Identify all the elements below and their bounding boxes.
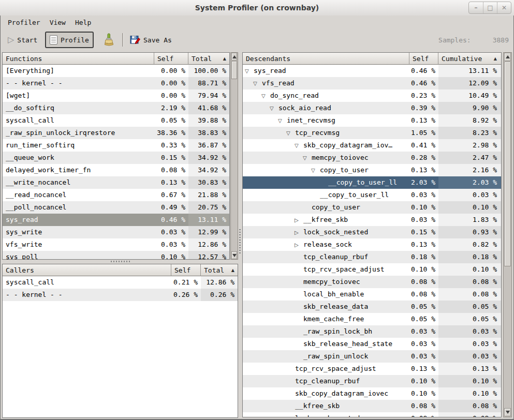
descendant-row[interactable]: ▽inet_recvmsg0.13 %8.92 % bbox=[243, 114, 501, 127]
descendant-row[interactable]: tcp_rcv_space_adjust0.10 %0.10 % bbox=[243, 263, 501, 276]
expander-closed-icon[interactable]: ▷ bbox=[295, 214, 303, 226]
descendant-row[interactable]: lock_sock_nested0.08 %0.08 % bbox=[243, 412, 501, 417]
start-button[interactable]: ▷ Start bbox=[4, 32, 41, 48]
descendant-row[interactable]: _raw_spin_unlock0.03 %0.03 % bbox=[243, 350, 501, 363]
expander-open-icon[interactable]: ▽ bbox=[270, 102, 278, 114]
scroll-up-button[interactable] bbox=[504, 53, 511, 61]
descendant-row[interactable]: ▽memcpy_toiovec0.28 %2.47 % bbox=[243, 152, 501, 164]
function-row[interactable]: vfs_write0.03 %12.86 % bbox=[3, 238, 229, 251]
self-value-cell: 0.03 % bbox=[409, 350, 438, 363]
expander-closed-icon[interactable]: ▷ bbox=[295, 239, 303, 251]
descendant-row[interactable]: tcp_cleanup_rbuf0.10 %0.10 % bbox=[243, 375, 501, 387]
function-row[interactable]: run_timer_softirq0.33 %36.87 % bbox=[3, 139, 229, 152]
descendant-row[interactable]: kmem_cache_free0.05 %0.05 % bbox=[243, 313, 501, 325]
sort-arrow-icon: ▲ bbox=[492, 56, 497, 61]
expander-open-icon[interactable]: ▽ bbox=[245, 65, 254, 77]
function-row[interactable]: - - kernel - -0.00 %88.71 % bbox=[3, 77, 229, 89]
function-row[interactable]: __queue_work0.15 %34.92 % bbox=[3, 152, 229, 164]
minimize-button[interactable]: – bbox=[469, 2, 483, 13]
function-name-cell: __copy_to_user_ll bbox=[243, 189, 409, 201]
descendant-row[interactable]: tcp_cleanup_rbuf0.18 %0.18 % bbox=[243, 251, 501, 263]
descendant-row[interactable]: copy_to_user0.10 %0.10 % bbox=[243, 201, 501, 214]
expander-open-icon[interactable]: ▽ bbox=[253, 78, 262, 89]
descendant-row[interactable]: ▷lock_sock_nested0.15 %0.93 % bbox=[243, 226, 501, 238]
menu-profiler[interactable]: Profiler bbox=[3, 17, 45, 28]
expander-open-icon[interactable]: ▽ bbox=[261, 90, 270, 102]
menu-help[interactable]: Help bbox=[70, 17, 96, 28]
function-row[interactable]: delayed_work_timer_fn0.08 %34.92 % bbox=[3, 164, 229, 176]
function-row[interactable]: [Everything]0.00 %100.00 % bbox=[3, 65, 229, 77]
expander-open-icon[interactable]: ▽ bbox=[278, 115, 287, 127]
descendant-row[interactable]: __copy_to_user_ll0.03 %0.03 % bbox=[243, 189, 501, 201]
function-row[interactable]: syscall_call0.05 %39.88 % bbox=[3, 114, 229, 127]
cumulative-value-cell: 2.47 % bbox=[438, 152, 501, 164]
scroll-down-button[interactable] bbox=[504, 408, 511, 416]
function-row[interactable]: sys_read0.46 %13.11 % bbox=[3, 214, 229, 226]
caller-row[interactable]: - - kernel - -0.26 %0.26 % bbox=[3, 289, 238, 301]
descendant-row[interactable]: tcp_rcv_space_adjust0.13 %0.13 % bbox=[243, 363, 501, 375]
expander-closed-icon[interactable]: ▷ bbox=[295, 227, 303, 238]
function-row[interactable]: __read_nocancel0.67 %21.88 % bbox=[3, 189, 229, 201]
vertical-pane-splitter[interactable] bbox=[111, 261, 130, 262]
scroll-up-button[interactable] bbox=[231, 53, 237, 61]
profile-button[interactable]: Profile bbox=[45, 32, 94, 48]
function-row[interactable]: __poll_nocancel0.49 %20.75 % bbox=[3, 201, 229, 214]
descendant-row[interactable]: ▽sys_read0.46 %13.11 % bbox=[243, 65, 501, 77]
function-row[interactable]: sys_write0.03 %12.99 % bbox=[3, 226, 229, 238]
function-name-label: release_sock bbox=[303, 241, 352, 248]
titlebar[interactable]: System Profiler (on crownbay) – □ ✕ bbox=[0, 0, 514, 16]
descendant-row[interactable]: skb_release_data0.05 %0.05 % bbox=[243, 301, 501, 313]
function-row[interactable]: __write_nocancel0.13 %30.83 % bbox=[3, 176, 229, 189]
descendant-row[interactable]: ▽vfs_read0.46 %12.09 % bbox=[243, 77, 501, 89]
descendants-column-header[interactable]: Descendants bbox=[243, 53, 409, 65]
descendant-row[interactable]: ▽skb_copy_datagram_iov…0.41 %2.98 % bbox=[243, 139, 501, 152]
descendant-row[interactable]: skb_copy_datagram_iovec0.10 %0.10 % bbox=[243, 387, 501, 400]
callers-column-header[interactable]: Callers bbox=[3, 264, 171, 276]
save-as-button[interactable]: Save As bbox=[126, 32, 175, 48]
close-button[interactable]: ✕ bbox=[497, 2, 511, 13]
caller-row[interactable]: syscall_call0.21 %12.86 % bbox=[3, 276, 238, 289]
function-name-cell: - - kernel - - bbox=[3, 77, 154, 89]
expander-open-icon[interactable]: ▽ bbox=[311, 164, 320, 176]
reset-button[interactable] bbox=[99, 32, 118, 48]
self-column-header[interactable]: Self bbox=[154, 53, 188, 65]
function-name-cell: __kfree_skb bbox=[243, 400, 409, 412]
descendant-row[interactable]: ▽sock_aio_read0.39 %9.90 % bbox=[243, 102, 501, 114]
horizontal-pane-splitter[interactable] bbox=[239, 229, 241, 255]
total-column-header[interactable]: Total ▲ bbox=[188, 53, 229, 65]
function-name-cell: sys_read bbox=[3, 214, 154, 226]
descendant-row[interactable]: ▽tcp_recvmsg1.05 %8.23 % bbox=[243, 127, 501, 139]
descendant-row[interactable]: __copy_to_user_ll2.03 %2.03 % bbox=[243, 176, 501, 189]
expander-open-icon[interactable]: ▽ bbox=[286, 127, 295, 139]
self-column-header[interactable]: Self bbox=[409, 53, 438, 65]
function-row[interactable]: sys_poll0.10 %12.57 % bbox=[3, 251, 229, 259]
menu-view[interactable]: View bbox=[45, 17, 70, 28]
expander-open-icon[interactable]: ▽ bbox=[295, 140, 303, 152]
function-row[interactable]: __do_softirq2.19 %41.68 % bbox=[3, 102, 229, 114]
descendant-row[interactable]: ▽copy_to_user0.13 %2.16 % bbox=[243, 164, 501, 176]
functions-scrollbar[interactable] bbox=[230, 52, 238, 260]
total-column-header[interactable]: Total ▲ bbox=[201, 264, 238, 276]
scrollbar-thumb[interactable] bbox=[231, 61, 237, 79]
descendant-row[interactable]: _raw_spin_lock_bh0.03 %0.03 % bbox=[243, 325, 501, 338]
scroll-down-button[interactable] bbox=[231, 251, 237, 259]
descendant-row[interactable]: ▷__kfree_skb0.03 %1.83 % bbox=[243, 214, 501, 226]
scrollbar-thumb[interactable] bbox=[504, 62, 511, 266]
function-name-label: kmem_cache_free bbox=[303, 315, 364, 323]
descendant-row[interactable]: memcpy_toiovec0.08 %0.08 % bbox=[243, 276, 501, 288]
descendant-row[interactable]: local_bh_enable0.08 %0.08 % bbox=[243, 288, 501, 301]
descendant-row[interactable]: __kfree_skb0.08 %0.08 % bbox=[243, 400, 501, 412]
function-name-cell: - - kernel - - bbox=[3, 289, 171, 301]
functions-column-header[interactable]: Functions bbox=[3, 53, 154, 65]
descendant-row[interactable]: ▷release_sock0.13 %0.82 % bbox=[243, 238, 501, 251]
maximize-button[interactable]: □ bbox=[483, 2, 497, 13]
descendant-row[interactable]: ▽do_sync_read0.23 %10.49 % bbox=[243, 89, 501, 102]
cumulative-value-cell: 8.92 % bbox=[438, 114, 501, 127]
function-row[interactable]: _raw_spin_unlock_irqrestore38.36 %38.83 … bbox=[3, 127, 229, 139]
expander-open-icon[interactable]: ▽ bbox=[303, 152, 312, 164]
cumulative-column-header[interactable]: Cumulative ▲ bbox=[438, 53, 501, 65]
descendant-row[interactable]: skb_release_head_state0.03 %0.03 % bbox=[243, 338, 501, 350]
self-column-header[interactable]: Self bbox=[171, 264, 201, 276]
descendants-scrollbar[interactable] bbox=[503, 52, 512, 417]
function-row[interactable]: [wget]0.00 %79.94 % bbox=[3, 89, 229, 102]
